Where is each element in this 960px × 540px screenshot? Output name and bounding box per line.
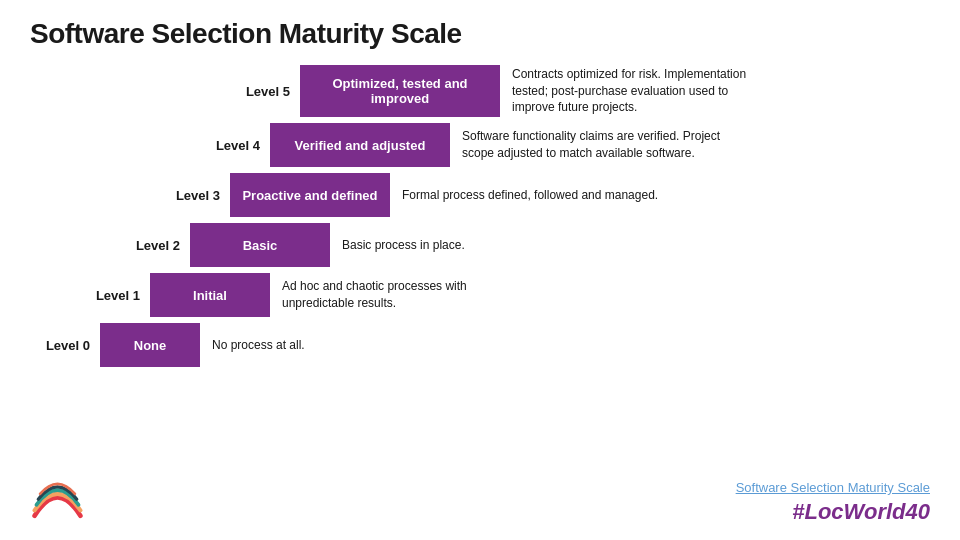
level-bar-level-2: Basic xyxy=(190,223,330,267)
level-desc-level-2: Basic process in place. xyxy=(342,237,465,254)
chart-area: Level 5Optimized, tested and improvedCon… xyxy=(0,65,960,367)
level-desc-level-3: Formal process defined, followed and man… xyxy=(402,187,658,204)
level-row-level-0: Level 0NoneNo process at all. xyxy=(30,323,930,367)
level-label-level-4: Level 4 xyxy=(200,138,270,153)
level-row-level-2: Level 2BasicBasic process in place. xyxy=(120,223,930,267)
level-bar-level-3: Proactive and defined xyxy=(230,173,390,217)
level-desc-level-0: No process at all. xyxy=(212,337,305,354)
level-desc-level-1: Ad hoc and chaotic processes with unpred… xyxy=(282,278,542,312)
level-desc-level-5: Contracts optimized for risk. Implementa… xyxy=(512,66,772,116)
logo xyxy=(30,470,85,525)
footer-link[interactable]: Software Selection Maturity Scale xyxy=(736,480,930,495)
level-label-level-1: Level 1 xyxy=(80,288,150,303)
logo-icon xyxy=(30,470,85,525)
level-row-level-4: Level 4Verified and adjustedSoftware fun… xyxy=(200,123,930,167)
level-row-level-5: Level 5Optimized, tested and improvedCon… xyxy=(230,65,930,117)
level-desc-level-4: Software functionality claims are verifi… xyxy=(462,128,722,162)
footer-right: Software Selection Maturity Scale #LocWo… xyxy=(736,480,930,525)
level-bar-level-4: Verified and adjusted xyxy=(270,123,450,167)
level-label-level-3: Level 3 xyxy=(160,188,230,203)
page-title: Software Selection Maturity Scale xyxy=(0,0,960,60)
level-label-level-0: Level 0 xyxy=(30,338,100,353)
level-label-level-5: Level 5 xyxy=(230,84,300,99)
level-row-level-3: Level 3Proactive and definedFormal proce… xyxy=(160,173,930,217)
level-bar-level-0: None xyxy=(100,323,200,367)
level-bar-level-5: Optimized, tested and improved xyxy=(300,65,500,117)
level-label-level-2: Level 2 xyxy=(120,238,190,253)
footer-hashtag: #LocWorld40 xyxy=(792,499,930,524)
footer-area: Software Selection Maturity Scale #LocWo… xyxy=(30,470,930,525)
level-row-level-1: Level 1InitialAd hoc and chaotic process… xyxy=(80,273,930,317)
level-bar-level-1: Initial xyxy=(150,273,270,317)
